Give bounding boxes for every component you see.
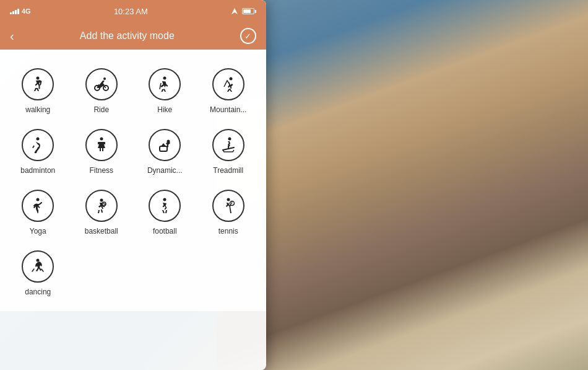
svg-point-1: [37, 77, 40, 80]
activity-icon-walking: [22, 68, 54, 100]
nav-bar: ‹ Add the activity mode ✓: [0, 22, 266, 50]
activity-label-mountain: Mountain...: [210, 105, 246, 114]
activity-label-tennis: tennis: [218, 227, 238, 236]
activity-item-yoga[interactable]: Yoga: [6, 183, 70, 244]
activity-item-tennis[interactable]: tennis: [197, 183, 261, 244]
activity-label-treadmill: Treadmill: [213, 166, 243, 175]
activity-item-badminton[interactable]: badminton: [6, 123, 70, 183]
activity-item-football[interactable]: football: [133, 183, 197, 244]
activity-label-football: football: [153, 227, 177, 236]
svg-line-29: [41, 269, 43, 271]
battery-fill: [243, 9, 251, 13]
svg-marker-0: [231, 8, 238, 14]
activity-label-basketball: basketball: [85, 227, 118, 236]
status-left: 4G: [10, 7, 31, 15]
activity-item-dancing[interactable]: dancing: [6, 244, 70, 305]
activity-item-fitness[interactable]: Fitness: [70, 123, 134, 183]
status-time: 10:23 AM: [114, 7, 148, 16]
activity-item-mountain[interactable]: Mountain...: [197, 62, 261, 123]
activity-icon-fitness: [85, 129, 118, 161]
background-person: [217, 0, 588, 370]
svg-point-9: [229, 77, 232, 81]
activity-item-basketball[interactable]: basketball: [70, 183, 134, 244]
svg-point-10: [37, 138, 40, 141]
svg-point-12: [100, 138, 103, 141]
activity-item-ride[interactable]: Ride: [70, 62, 134, 123]
activity-item-hike[interactable]: Hike: [133, 62, 197, 123]
activity-icon-yoga: [22, 190, 54, 222]
activity-label-dancing: dancing: [25, 288, 51, 296]
battery-body: [242, 8, 254, 14]
activity-label-hike: Hike: [157, 105, 172, 114]
activity-icon-basketball: [85, 190, 118, 222]
svg-point-20: [100, 199, 103, 202]
activity-icon-dancing: [22, 250, 54, 283]
activity-icon-badminton: [22, 129, 54, 161]
signal-bars: [10, 8, 19, 14]
activity-label-badminton: badminton: [20, 166, 55, 175]
nav-title: Add the activity mode: [80, 30, 175, 42]
activity-icon-ride: [85, 68, 118, 100]
activity-icon-hike: [149, 68, 181, 100]
activity-icon-mountain: [212, 68, 244, 100]
battery-indicator: [242, 8, 256, 14]
phone-frame: 4G 10:23 AM ‹ Add the activity mode ✓: [0, 0, 266, 370]
svg-point-7: [163, 77, 166, 80]
activity-label-yoga: Yoga: [30, 227, 46, 236]
activity-grid: walking Ride: [0, 50, 266, 311]
confirm-button[interactable]: ✓: [240, 28, 256, 44]
svg-point-27: [37, 259, 40, 262]
svg-point-25: [227, 198, 230, 201]
svg-rect-13: [98, 142, 99, 144]
svg-rect-14: [104, 142, 105, 144]
svg-point-18: [37, 198, 40, 201]
battery-tip: [255, 10, 256, 13]
activity-item-dynamic[interactable]: Dynamic...: [133, 123, 197, 183]
activity-icon-dynamic: [149, 129, 181, 161]
activity-label-fitness: Fitness: [89, 166, 113, 175]
svg-point-24: [163, 198, 166, 201]
svg-point-17: [228, 138, 231, 141]
activity-item-treadmill[interactable]: Treadmill: [197, 123, 261, 183]
status-right: [231, 7, 256, 15]
signal-bar-3: [15, 10, 17, 14]
svg-line-8: [160, 83, 161, 89]
activity-item-walking[interactable]: walking: [6, 62, 70, 123]
svg-rect-16: [160, 146, 167, 151]
svg-line-28: [32, 269, 34, 271]
activity-icon-football: [149, 190, 181, 222]
location-icon: [231, 7, 238, 15]
network-label: 4G: [22, 7, 31, 15]
activity-icon-tennis: [212, 190, 244, 222]
activity-label-walking: walking: [25, 105, 50, 114]
signal-bar-2: [12, 11, 14, 14]
svg-point-4: [103, 77, 106, 80]
signal-bar-1: [10, 12, 12, 14]
signal-bar-4: [17, 9, 19, 14]
status-bar: 4G 10:23 AM: [0, 0, 266, 22]
activity-label-ride: Ride: [93, 105, 109, 114]
activity-icon-treadmill: [212, 129, 244, 161]
activity-label-dynamic: Dynamic...: [147, 166, 183, 175]
check-icon: ✓: [244, 32, 251, 41]
back-button[interactable]: ‹: [10, 29, 14, 43]
